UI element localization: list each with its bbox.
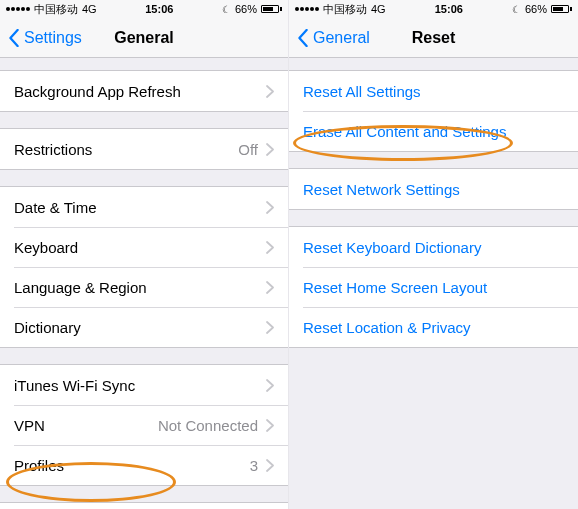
network-label: 4G [371,3,386,15]
row-erase-all-content[interactable]: Erase All Content and Settings [289,111,578,151]
row-label: Date & Time [14,199,97,216]
status-bar: 中国移动 4G 15:06 ☾ 66% [0,0,288,18]
row-dictionary[interactable]: Dictionary [0,307,288,347]
row-value: Off [238,141,258,158]
chevron-left-icon [297,29,309,47]
row-restrictions[interactable]: RestrictionsOff [0,129,288,169]
row-label: iTunes Wi-Fi Sync [14,377,135,394]
row-label: Language & Region [14,279,147,296]
chevron-right-icon [266,321,274,334]
chevron-left-icon [8,29,20,47]
chevron-right-icon [266,379,274,392]
battery-icon [261,5,282,13]
battery-icon [551,5,572,13]
row-profiles[interactable]: Profiles3 [0,445,288,485]
dnd-icon: ☾ [222,4,231,15]
status-time: 15:06 [145,3,173,15]
row-value: 3 [250,457,258,474]
row-keyboard[interactable]: Keyboard [0,227,288,267]
row-label: Dictionary [14,319,81,336]
network-label: 4G [82,3,97,15]
back-button[interactable]: General [297,29,370,47]
row-value: Not Connected [158,417,258,434]
nav-bar: Settings General [0,18,288,58]
chevron-right-icon [266,201,274,214]
row-label: Reset Keyboard Dictionary [303,239,481,256]
signal-icon [295,7,319,11]
chevron-right-icon [266,459,274,472]
chevron-right-icon [266,143,274,156]
row-label: Background App Refresh [14,83,181,100]
phone-general: 中国移动 4G 15:06 ☾ 66% Settings General Bac… [0,0,289,509]
row-label: Reset Location & Privacy [303,319,471,336]
row-reset-keyboard-dictionary[interactable]: Reset Keyboard Dictionary [289,227,578,267]
chevron-right-icon [266,419,274,432]
chevron-right-icon [266,241,274,254]
row-label: Erase All Content and Settings [303,123,506,140]
row-label: Profiles [14,457,64,474]
chevron-right-icon [266,85,274,98]
row-reset-home-screen-layout[interactable]: Reset Home Screen Layout [289,267,578,307]
settings-list[interactable]: Background App RefreshRestrictionsOffDat… [0,58,288,509]
row-label: Reset Home Screen Layout [303,279,487,296]
status-time: 15:06 [435,3,463,15]
back-button[interactable]: Settings [8,29,82,47]
row-label: Restrictions [14,141,92,158]
back-label: General [313,29,370,47]
row-itunes-wifi-sync[interactable]: iTunes Wi-Fi Sync [0,365,288,405]
row-background-app-refresh[interactable]: Background App Refresh [0,71,288,111]
row-label: Reset All Settings [303,83,421,100]
row-label: Keyboard [14,239,78,256]
phone-reset: 中国移动 4G 15:06 ☾ 66% General Reset Reset … [289,0,578,509]
row-reset-network-settings[interactable]: Reset Network Settings [289,169,578,209]
battery-pct: 66% [525,3,547,15]
nav-bar: General Reset [289,18,578,58]
row-language-region[interactable]: Language & Region [0,267,288,307]
carrier-label: 中国移动 [34,2,78,17]
row-reset-location-privacy[interactable]: Reset Location & Privacy [289,307,578,347]
back-label: Settings [24,29,82,47]
row-label: Reset Network Settings [303,181,460,198]
battery-pct: 66% [235,3,257,15]
row-reset-all-settings[interactable]: Reset All Settings [289,71,578,111]
dnd-icon: ☾ [512,4,521,15]
row-label: VPN [14,417,45,434]
row-date-time[interactable]: Date & Time [0,187,288,227]
reset-list[interactable]: Reset All SettingsErase All Content and … [289,58,578,509]
status-bar: 中国移动 4G 15:06 ☾ 66% [289,0,578,18]
signal-icon [6,7,30,11]
row-regulatory[interactable]: Regulatory [0,503,288,509]
chevron-right-icon [266,281,274,294]
carrier-label: 中国移动 [323,2,367,17]
row-vpn[interactable]: VPNNot Connected [0,405,288,445]
